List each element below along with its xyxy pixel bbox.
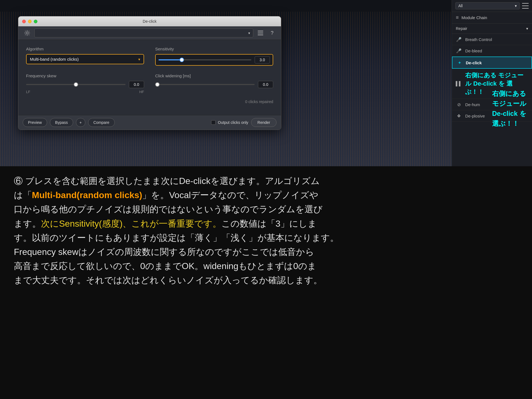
bottom-text-block: ⑥ ブレスを含む範囲を選択したまま次にDe-clickを選びます。アルゴリズム … — [14, 174, 518, 288]
sidebar-item-de-click[interactable]: ✦ De-click — [452, 57, 532, 69]
freq-skew-value[interactable]: 0.0 — [129, 81, 144, 88]
text-line4-pre: ます。 — [14, 219, 41, 229]
de-click-icon: ✦ — [456, 60, 462, 66]
chevron-down-icon: ▾ — [515, 4, 517, 8]
preset-dropdown[interactable]: ▾ — [34, 29, 253, 37]
click-widening-value[interactable]: 0.0 — [258, 81, 273, 88]
sidebar-all-select[interactable]: All ▾ — [455, 2, 520, 9]
hf-label: HF — [139, 90, 144, 94]
freq-slider-thumb[interactable] — [74, 82, 78, 87]
declick-window: De-click ▾ ? — [18, 16, 281, 130]
sensitivity-label: Sensitivity — [155, 47, 273, 51]
repair-chevron-icon: ▾ — [526, 26, 528, 31]
text-line3: 口から鳴る他のプチノイズは規則的ではないという事なのでランダムを選び — [14, 204, 323, 214]
freq-labels: LF HF — [26, 90, 144, 94]
text-line2-pre: は「 — [14, 190, 32, 200]
minimize-button[interactable] — [28, 20, 32, 23]
module-chain-icon: ≡ — [456, 15, 459, 21]
help-button[interactable]: ? — [268, 29, 277, 37]
output-clicks-label: Output clicks only — [218, 120, 248, 125]
module-chain-item[interactable]: ≡ Module Chain — [452, 12, 532, 24]
sensitivity-value[interactable]: 3.0 — [255, 56, 270, 63]
output-clicks-checkbox[interactable] — [211, 120, 216, 125]
window-toolbar: ▾ ? — [18, 26, 281, 40]
de-plosive-icon: ❖ — [456, 113, 462, 119]
de-bleed-label: De-bleed — [465, 48, 482, 53]
sun-icon[interactable] — [23, 29, 32, 37]
svg-line-7 — [25, 35, 26, 35]
repair-header: Repair ▾ — [456, 25, 528, 32]
de-clip-label: 右側にある モジュール De-click を 選ぶ！！ — [465, 71, 528, 96]
de-hum-icon: ⊘ — [456, 101, 462, 108]
algorithm-value: Multi-band (random clicks) — [30, 57, 79, 62]
all-label: All — [458, 4, 463, 8]
de-plosive-label: De-plosive — [465, 114, 485, 118]
top-controls-row: Algorithm Multi-band (random clicks) ▾ S… — [26, 47, 273, 66]
sensitivity-slider-thumb[interactable] — [180, 58, 184, 62]
sidebar-item-de-hum[interactable]: ⊘ De-hum — [452, 99, 532, 110]
svg-line-8 — [29, 31, 29, 32]
question-mark-icon: ? — [271, 30, 273, 36]
click-widening-label: Click widening [ms] — [155, 73, 273, 78]
de-bleed-icon: 🎤 — [456, 48, 462, 54]
breath-control-label: Breath Control — [465, 37, 492, 42]
de-hum-label: De-hum — [465, 102, 480, 107]
text-line7: 高音まで反応して欲しいので、0のままでOK。wideningもひとまずは0のま — [14, 261, 316, 271]
preview-button[interactable]: Preview — [23, 118, 47, 127]
chevron-down-icon: ▾ — [248, 31, 250, 35]
algorithm-label: Algorithm — [26, 47, 144, 51]
sensitivity-slider-fill — [158, 59, 182, 60]
sidebar-menu-icon[interactable] — [522, 3, 529, 9]
sidebar-item-de-clip[interactable]: ▌▌ 右側にある モジュール De-click を 選ぶ！！ — [452, 69, 532, 99]
click-widening-group: Click widening [ms] 0.0 — [155, 73, 273, 94]
freq-skew-group: Frequency skew 0.0 LF HF — [26, 73, 144, 94]
widening-slider-track[interactable] — [155, 84, 255, 85]
text-line5: す。以前のツイートにもありますが設定は「薄く」「浅く」が基本になります。 — [14, 233, 339, 243]
maximize-button[interactable] — [34, 20, 37, 23]
output-clicks-group: Output clicks only — [211, 120, 248, 125]
window-titlebar: De-click — [18, 16, 281, 26]
repair-section: Repair ▾ — [452, 24, 532, 34]
text-line4-post: この数値は「3」にしま — [221, 219, 317, 229]
render-button[interactable]: Render — [251, 118, 277, 127]
svg-line-5 — [25, 31, 26, 32]
compare-button[interactable]: Compare — [88, 118, 115, 127]
window-content: Algorithm Multi-band (random clicks) ▾ S… — [18, 40, 281, 115]
sensitivity-group: Sensitivity 3.0 — [155, 47, 273, 66]
de-click-label: De-click — [466, 60, 482, 65]
widening-slider-thumb[interactable] — [155, 82, 160, 87]
bottom-text-area: ⑥ ブレスを含む範囲を選択したまま次にDe-clickを選びます。アルゴリズム … — [0, 166, 532, 399]
sensitivity-slider-container: 3.0 — [155, 54, 273, 66]
algorithm-group: Algorithm Multi-band (random clicks) ▾ — [26, 47, 144, 66]
svg-point-0 — [26, 32, 28, 34]
text-line1: ⑥ ブレスを含む範囲を選択したまま次にDe-clickを選びます。アルゴリズム — [14, 176, 320, 186]
text-sensitivity-highlight: 次にSensitivity(感度)、これが一番重要です。 — [41, 219, 221, 229]
text-multiband-highlight: Multi-band(random clicks) — [32, 190, 142, 200]
freq-slider-container: 0.0 — [26, 81, 144, 88]
svg-line-6 — [29, 35, 29, 35]
close-button[interactable] — [22, 20, 26, 23]
sidebar-item-de-plosive[interactable]: ❖ De-plosive — [452, 110, 532, 122]
plus-button[interactable]: + — [76, 118, 85, 127]
widening-slider-container: 0.0 — [155, 81, 273, 88]
de-clip-icon: ▌▌ — [456, 81, 462, 87]
toolbar-menu-button[interactable] — [256, 29, 265, 37]
freq-slider-track[interactable] — [26, 84, 126, 85]
algorithm-select[interactable]: Multi-band (random clicks) ▾ — [26, 54, 144, 64]
repair-label: Repair — [456, 26, 467, 31]
module-chain-label: Module Chain — [462, 15, 487, 20]
window-bottom-bar: Preview Bypass + Compare Output clicks o… — [18, 115, 281, 130]
dropdown-arrow-icon: ▾ — [138, 57, 140, 62]
clicks-repaired: 0 clicks repaired — [26, 99, 273, 104]
bypass-button[interactable]: Bypass — [50, 118, 73, 127]
sidebar-top-bar: All ▾ — [452, 0, 532, 12]
window-title: De-click — [143, 19, 157, 24]
sidebar-item-de-bleed[interactable]: 🎤 De-bleed — [452, 45, 532, 57]
lf-label: LF — [26, 90, 30, 94]
text-line8: まで大丈夫です。それでは次はどれくらいノイズが入ってるか確認します。 — [14, 275, 322, 285]
sidebar-item-breath-control[interactable]: 🎤 Breath Control — [452, 34, 532, 45]
sensitivity-slider-track[interactable] — [158, 59, 251, 60]
second-controls-row: Frequency skew 0.0 LF HF Click widening … — [26, 73, 273, 94]
freq-skew-label: Frequency skew — [26, 73, 144, 78]
breath-control-icon: 🎤 — [456, 36, 462, 42]
